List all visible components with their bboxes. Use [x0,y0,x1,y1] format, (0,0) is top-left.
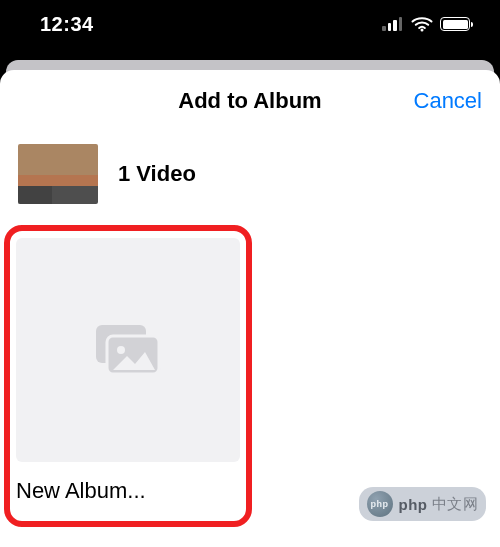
selection-summary: 1 Video [0,132,500,226]
add-to-album-sheet: Add to Album Cancel 1 Video New Album...… [0,70,500,547]
selected-video-thumbnail [18,144,98,204]
sheet-title: Add to Album [178,88,321,114]
new-album-label: New Album... [16,478,240,504]
status-bar: 12:34 [0,0,500,54]
watermark-brand-rest: 中文网 [432,495,479,514]
status-icons [382,16,470,32]
selection-count-label: 1 Video [118,161,196,187]
wifi-icon [411,16,433,32]
watermark-badge: php php 中文网 [359,487,487,521]
watermark-brand-bold: php [399,496,428,513]
cellular-signal-icon [382,17,404,31]
clock-time: 12:34 [40,13,94,36]
watermark-logo-icon: php [367,491,393,517]
battery-icon [440,17,470,31]
album-placeholder-icon [95,324,161,376]
new-album-tile[interactable]: New Album... [16,238,240,504]
sheet-header: Add to Album Cancel [0,70,500,132]
svg-point-3 [117,346,125,354]
cancel-button[interactable]: Cancel [414,70,482,132]
svg-point-0 [421,29,424,32]
new-album-artwork [16,238,240,462]
